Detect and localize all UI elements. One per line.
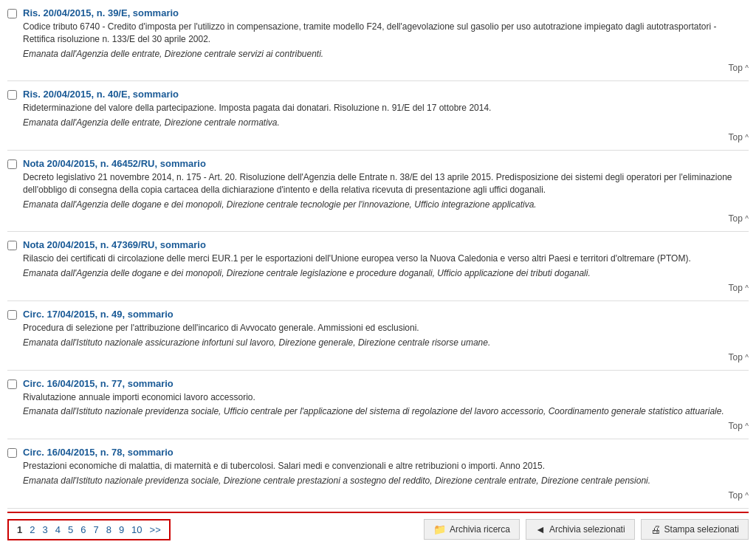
result-description-1: Codice tributo 6740 - Credito d'imposta …	[23, 21, 749, 46]
result-description-2: Rideterminazione del valore della partec…	[23, 102, 749, 114]
top-link-7[interactable]: Top ^	[23, 487, 749, 504]
pagination: 12345678910>>	[7, 519, 171, 540]
pagination-page-5[interactable]: 5	[66, 523, 75, 536]
result-item-4: Nota 20/04/2015, n. 47369/RU, sommario R…	[7, 232, 749, 301]
result-source-4: Emanata dall'Agenzia delle dogane e dei …	[23, 267, 749, 280]
archive-selected-button[interactable]: ◄ Archivia selezionati	[526, 519, 635, 540]
archive-search-icon: 📁	[433, 523, 446, 535]
result-checkbox-2[interactable]	[7, 90, 17, 100]
result-description-3: Decreto legislativo 21 novembre 2014, n.…	[23, 171, 749, 196]
pagination-page-9[interactable]: 9	[117, 523, 126, 536]
result-title-6[interactable]: Circ. 16/04/2015, n. 77, sommario	[23, 378, 173, 389]
result-source-5: Emanata dall'Istituto nazionale assicura…	[23, 337, 749, 349]
pagination-bar: 12345678910>> 📁 Archivia ricerca ◄ Archi…	[7, 512, 749, 546]
result-content-3: Nota 20/04/2015, n. 46452/RU, sommario D…	[23, 158, 749, 227]
result-description-6: Rivalutazione annuale importi economici …	[23, 391, 749, 404]
result-content-2: Ris. 20/04/2015, n. 40/E, sommario Ridet…	[23, 89, 749, 145]
result-content-1: Ris. 20/04/2015, n. 39/E, sommario Codic…	[23, 7, 749, 76]
pagination-page-8[interactable]: 8	[104, 523, 114, 536]
result-item-5: Circ. 17/04/2015, n. 49, sommario Proced…	[7, 301, 749, 371]
result-item-7: Circ. 16/04/2015, n. 78, sommario Presta…	[7, 439, 749, 509]
result-source-2: Emanata dall'Agenzia delle entrate, Dire…	[23, 117, 749, 129]
archive-selected-icon: ◄	[535, 523, 546, 535]
top-link-3[interactable]: Top ^	[23, 210, 749, 227]
top-label-4: Top	[729, 283, 743, 293]
archive-selected-label: Archivia selezionati	[549, 524, 625, 535]
top-label-7: Top	[729, 490, 743, 501]
top-label-1: Top	[729, 63, 743, 73]
top-link-1[interactable]: Top ^	[23, 60, 749, 76]
pagination-page-10[interactable]: 10	[129, 523, 144, 536]
result-item-2: Ris. 20/04/2015, n. 40/E, sommario Ridet…	[7, 81, 749, 151]
result-title-1[interactable]: Ris. 20/04/2015, n. 39/E, sommario	[23, 7, 179, 18]
pagination-page-next>[interactable]: >>	[148, 523, 163, 536]
top-caret-1: ^	[745, 64, 749, 72]
result-checkbox-3[interactable]	[7, 159, 17, 169]
pagination-page-1[interactable]: 1	[15, 523, 24, 536]
top-link-5[interactable]: Top ^	[23, 349, 749, 365]
toolbar-buttons: 📁 Archivia ricerca ◄ Archivia selezionat…	[424, 519, 749, 540]
result-content-6: Circ. 16/04/2015, n. 77, sommario Rivalu…	[23, 378, 749, 435]
print-selected-icon: 🖨	[650, 523, 661, 535]
top-caret-2: ^	[745, 134, 749, 142]
result-source-1: Emanata dall'Agenzia delle entrate, Dire…	[23, 48, 749, 61]
result-source-3: Emanata dall'Agenzia delle dogane e dei …	[23, 199, 749, 211]
pagination-page-4[interactable]: 4	[53, 523, 63, 536]
result-title-7[interactable]: Circ. 16/04/2015, n. 78, sommario	[23, 447, 173, 458]
result-title-2[interactable]: Ris. 20/04/2015, n. 40/E, sommario	[23, 89, 179, 100]
result-title-5[interactable]: Circ. 17/04/2015, n. 49, sommario	[23, 309, 173, 320]
result-checkbox-1[interactable]	[7, 9, 17, 18]
result-title-3[interactable]: Nota 20/04/2015, n. 46452/RU, sommario	[23, 158, 206, 169]
print-selected-label: Stampa selezionati	[664, 524, 739, 535]
result-source-7: Emanata dall'Istituto nazionale previden…	[23, 475, 749, 487]
result-checkbox-6[interactable]	[7, 379, 17, 389]
result-description-7: Prestazioni economiche di malattia, di m…	[23, 460, 749, 473]
result-item-1: Ris. 20/04/2015, n. 39/E, sommario Codic…	[7, 0, 749, 81]
top-caret-7: ^	[745, 492, 749, 500]
top-label-3: Top	[729, 213, 743, 224]
result-source-6: Emanata dall'Istituto nazionale previden…	[23, 405, 749, 418]
result-content-4: Nota 20/04/2015, n. 47369/RU, sommario R…	[23, 239, 749, 296]
print-selected-button[interactable]: 🖨 Stampa selezionati	[641, 519, 749, 540]
top-label-2: Top	[729, 132, 743, 142]
result-checkbox-5[interactable]	[7, 310, 17, 320]
top-label-6: Top	[729, 421, 743, 431]
top-link-2[interactable]: Top ^	[23, 129, 749, 145]
pagination-page-3[interactable]: 3	[40, 523, 49, 536]
top-caret-6: ^	[745, 422, 749, 430]
pagination-page-7[interactable]: 7	[91, 523, 100, 536]
result-item-3: Nota 20/04/2015, n. 46452/RU, sommario D…	[7, 151, 749, 232]
pagination-page-2[interactable]: 2	[27, 523, 37, 536]
result-checkbox-7[interactable]	[7, 448, 17, 458]
top-caret-3: ^	[745, 215, 749, 223]
result-description-5: Procedura di selezione per l'attribuzion…	[23, 322, 749, 334]
results-list: Ris. 20/04/2015, n. 39/E, sommario Codic…	[7, 0, 749, 509]
result-checkbox-4[interactable]	[7, 241, 17, 250]
pagination-page-6[interactable]: 6	[78, 523, 88, 536]
result-description-4: Rilascio dei certificati di circolazione…	[23, 253, 749, 265]
result-title-4[interactable]: Nota 20/04/2015, n. 47369/RU, sommario	[23, 239, 206, 250]
top-link-4[interactable]: Top ^	[23, 280, 749, 296]
archive-search-label: Archivia ricerca	[450, 524, 510, 535]
result-content-7: Circ. 16/04/2015, n. 78, sommario Presta…	[23, 447, 749, 504]
archive-search-button[interactable]: 📁 Archivia ricerca	[424, 519, 520, 540]
top-caret-4: ^	[745, 284, 749, 292]
result-content-5: Circ. 17/04/2015, n. 49, sommario Proced…	[23, 309, 749, 365]
top-caret-5: ^	[745, 354, 749, 362]
top-link-6[interactable]: Top ^	[23, 418, 749, 434]
result-item-6: Circ. 16/04/2015, n. 77, sommario Rivalu…	[7, 371, 749, 440]
top-label-5: Top	[729, 352, 743, 363]
results-container: Ris. 20/04/2015, n. 39/E, sommario Codic…	[0, 0, 756, 546]
